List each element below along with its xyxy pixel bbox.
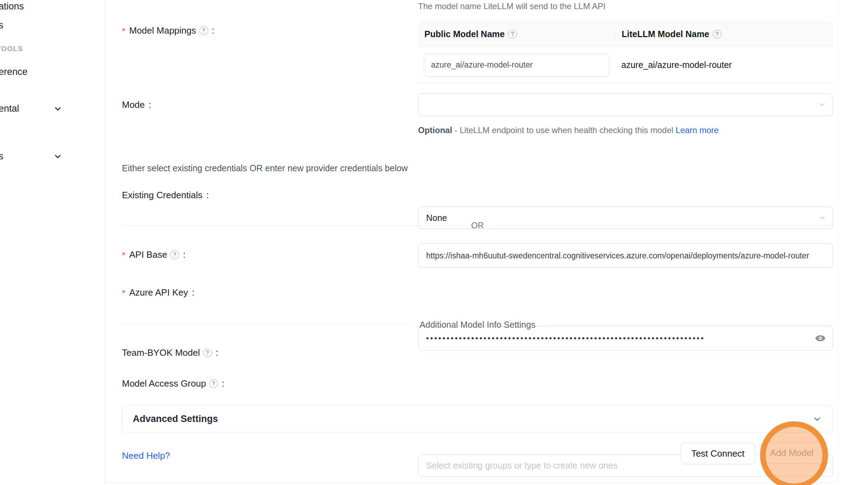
existing-credentials-label: Existing Credentials : [122, 190, 209, 201]
required-asterisk: * [122, 250, 125, 261]
required-asterisk: * [122, 288, 125, 298]
need-help-link[interactable]: Need Help? [122, 450, 170, 461]
model-mappings-label: * Model Mappings ? : [122, 25, 214, 36]
credentials-note: Either select existing credentials OR en… [122, 163, 408, 173]
help-icon[interactable]: ? [203, 348, 212, 357]
add-model-button[interactable]: Add Model [760, 442, 823, 464]
sidebar-item-1[interactable]: s [0, 20, 4, 31]
sidebar-item-inference[interactable]: erence [0, 67, 28, 77]
table-row: azure_ai/azure-model-router [418, 47, 833, 83]
model-mappings-table: Public Model Name ? LiteLLM Model Name ?… [418, 21, 833, 83]
eye-icon[interactable] [815, 333, 826, 344]
help-icon[interactable]: ? [508, 30, 517, 39]
add-model-form-card: The model name LiteLLM will send to the … [105, 0, 838, 483]
mode-hint: Optional - LiteLLM endpoint to use when … [418, 123, 744, 137]
team-byok-label: Team-BYOK Model ? : [122, 347, 218, 358]
table-header-row: Public Model Name ? LiteLLM Model Name ? [418, 21, 833, 47]
api-base-label: * API Base ? : [122, 249, 185, 260]
mode-label: Mode : [122, 99, 151, 110]
chevron-down-icon[interactable] [53, 152, 62, 161]
help-icon[interactable]: ? [209, 379, 218, 388]
model-access-group-label: Model Access Group ? : [122, 378, 224, 389]
chevron-down-icon [812, 414, 822, 424]
additional-settings-divider: Additional Model Info Settings [122, 320, 833, 330]
model-name-hint: The model name LiteLLM will send to the … [418, 1, 606, 11]
advanced-settings-title: Advanced Settings [133, 414, 812, 424]
public-model-name-input[interactable] [424, 54, 609, 77]
sidebar-section-tools: TOOLS [0, 45, 23, 53]
api-base-input[interactable] [418, 243, 833, 268]
advanced-settings-panel[interactable]: Advanced Settings [122, 406, 833, 432]
litellm-model-name-value: azure_ai/azure-model-router [609, 60, 822, 70]
required-asterisk: * [122, 26, 125, 36]
help-icon[interactable]: ? [713, 30, 722, 39]
sidebar-item-organizations[interactable]: ations [0, 1, 24, 12]
column-header-public-model-name: Public Model Name ? [418, 29, 615, 39]
help-icon[interactable]: ? [199, 26, 208, 35]
chevron-down-icon [818, 101, 826, 109]
chevron-down-icon[interactable] [53, 104, 62, 113]
azure-api-key-label: * Azure API Key : [122, 287, 194, 298]
or-divider: OR [122, 221, 833, 230]
test-connect-button[interactable]: Test Connect [681, 443, 755, 464]
column-header-litellm-model-name: LiteLLM Model Name ? [615, 27, 833, 42]
help-icon[interactable]: ? [170, 250, 179, 259]
sidebar-item-experimental[interactable]: ental [0, 103, 19, 114]
mode-select[interactable] [418, 93, 833, 116]
sidebar-item-settings[interactable]: s [0, 151, 4, 162]
sidebar: ations s TOOLS erence ental s [0, 0, 105, 485]
learn-more-link[interactable]: Learn more [676, 125, 719, 135]
